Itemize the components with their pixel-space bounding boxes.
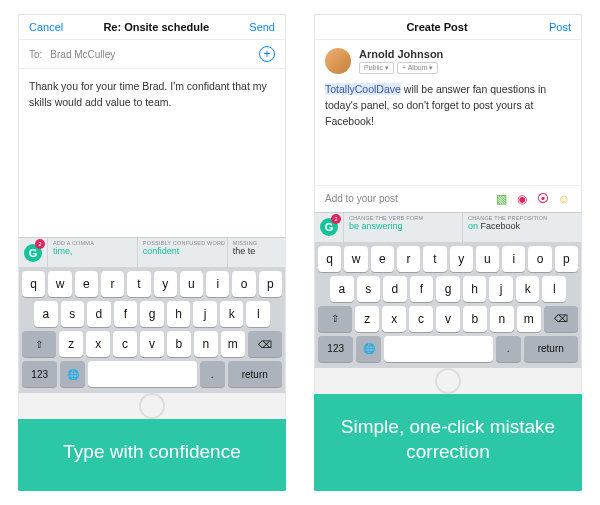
video-icon[interactable]: ◉ [515, 192, 529, 206]
phone-mock: Cancel Re: Onsite schedule Send To: Brad… [18, 14, 286, 419]
key-i[interactable]: i [502, 246, 525, 272]
key-b[interactable]: b [463, 306, 487, 332]
location-icon[interactable]: ⦿ [536, 192, 550, 206]
space-key[interactable] [88, 361, 197, 387]
avatar [325, 48, 351, 74]
key-h[interactable]: h [463, 276, 487, 302]
key-j[interactable]: j [489, 276, 513, 302]
key-z[interactable]: z [355, 306, 379, 332]
return-key[interactable]: return [228, 361, 283, 387]
send-button[interactable]: Send [249, 21, 275, 33]
keyboard: qwertyuiop asdfghjkl ⇧ zxcvbnm ⌫ 123 🌐 .… [315, 242, 581, 368]
post-button[interactable]: Post [549, 21, 571, 33]
globe-key[interactable]: 🌐 [60, 361, 85, 387]
key-s[interactable]: s [357, 276, 381, 302]
shift-key[interactable]: ⇧ [318, 306, 352, 332]
home-button[interactable] [139, 393, 165, 419]
grammarly-badge[interactable]: G 2 [19, 238, 47, 267]
key-v[interactable]: v [436, 306, 460, 332]
key-s[interactable]: s [61, 301, 85, 327]
add-to-post-row[interactable]: Add to your post ▧ ◉ ⦿ ☺ [315, 185, 581, 212]
backspace-key[interactable]: ⌫ [248, 331, 282, 357]
key-x[interactable]: x [86, 331, 110, 357]
home-button[interactable] [435, 368, 461, 394]
key-e[interactable]: e [371, 246, 394, 272]
key-c[interactable]: c [113, 331, 137, 357]
key-t[interactable]: t [423, 246, 446, 272]
numbers-key[interactable]: 123 [318, 336, 353, 362]
key-d[interactable]: d [383, 276, 407, 302]
key-r[interactable]: r [101, 271, 124, 297]
key-o[interactable]: o [528, 246, 551, 272]
key-e[interactable]: e [75, 271, 98, 297]
key-o[interactable]: o [232, 271, 255, 297]
key-i[interactable]: i [206, 271, 229, 297]
key-r[interactable]: r [397, 246, 420, 272]
key-x[interactable]: x [382, 306, 406, 332]
suggestion-1[interactable]: CHANGE THE VERB FORM be answering [343, 213, 462, 242]
key-n[interactable]: n [194, 331, 218, 357]
suggestion-2[interactable]: CHANGE THE PREPOSITION on Facebook [462, 213, 581, 242]
key-f[interactable]: f [114, 301, 138, 327]
key-y[interactable]: y [154, 271, 177, 297]
poster-row: Arnold Johnson Public ▾ + Album ▾ [315, 40, 581, 82]
photo-icon[interactable]: ▧ [494, 192, 508, 206]
key-w[interactable]: w [344, 246, 367, 272]
key-t[interactable]: t [127, 271, 150, 297]
post-body[interactable]: TotallyCoolDave will be answer fan quest… [315, 82, 581, 137]
key-h[interactable]: h [167, 301, 191, 327]
cancel-button[interactable]: Cancel [29, 21, 63, 33]
key-y[interactable]: y [450, 246, 473, 272]
grammarly-badge[interactable]: G 2 [315, 213, 343, 242]
key-f[interactable]: f [410, 276, 434, 302]
key-j[interactable]: j [193, 301, 217, 327]
suggestion-bar: G 2 CHANGE THE VERB FORM be answering CH… [315, 212, 581, 242]
key-u[interactable]: u [476, 246, 499, 272]
key-n[interactable]: n [490, 306, 514, 332]
suggestion-1[interactable]: ADD A COMMA time, [47, 238, 137, 267]
poster-name: Arnold Johnson [359, 48, 443, 60]
key-d[interactable]: d [87, 301, 111, 327]
key-v[interactable]: v [140, 331, 164, 357]
album-pill[interactable]: + Album ▾ [397, 62, 438, 74]
key-c[interactable]: c [409, 306, 433, 332]
key-u[interactable]: u [180, 271, 203, 297]
key-m[interactable]: m [517, 306, 541, 332]
key-b[interactable]: b [167, 331, 191, 357]
audience-pill[interactable]: Public ▾ [359, 62, 394, 74]
key-w[interactable]: w [48, 271, 71, 297]
suggestion-2[interactable]: POSSIBLY CONFUSED WORD confident [137, 238, 227, 267]
key-z[interactable]: z [59, 331, 83, 357]
space-key[interactable] [384, 336, 493, 362]
key-a[interactable]: a [330, 276, 354, 302]
add-recipient-button[interactable]: + [259, 46, 275, 62]
key-q[interactable]: q [318, 246, 341, 272]
suggestion-3[interactable]: MISSING the te [227, 238, 285, 267]
caption-left: Type with confidence [18, 419, 286, 491]
numbers-key[interactable]: 123 [22, 361, 57, 387]
promo-panel-right: Create Post Post Arnold Johnson Public ▾… [314, 14, 582, 491]
period-key[interactable]: . [496, 336, 521, 362]
email-nav: Cancel Re: Onsite schedule Send [19, 15, 285, 40]
key-a[interactable]: a [34, 301, 58, 327]
shift-key[interactable]: ⇧ [22, 331, 56, 357]
globe-key[interactable]: 🌐 [356, 336, 381, 362]
key-l[interactable]: l [542, 276, 566, 302]
period-key[interactable]: . [200, 361, 225, 387]
key-l[interactable]: l [246, 301, 270, 327]
email-body[interactable]: Thank you for your time Brad. I'm confid… [19, 69, 285, 237]
to-label: To: [29, 49, 42, 60]
key-m[interactable]: m [221, 331, 245, 357]
key-g[interactable]: g [436, 276, 460, 302]
keyboard-area: G 2 ADD A COMMA time, POSSIBLY CONFUSED … [19, 237, 285, 393]
return-key[interactable]: return [524, 336, 579, 362]
key-p[interactable]: p [259, 271, 282, 297]
key-k[interactable]: k [220, 301, 244, 327]
key-k[interactable]: k [516, 276, 540, 302]
key-g[interactable]: g [140, 301, 164, 327]
key-q[interactable]: q [22, 271, 45, 297]
key-p[interactable]: p [555, 246, 578, 272]
backspace-key[interactable]: ⌫ [544, 306, 578, 332]
home-area [19, 393, 285, 419]
emoji-icon[interactable]: ☺ [557, 192, 571, 206]
